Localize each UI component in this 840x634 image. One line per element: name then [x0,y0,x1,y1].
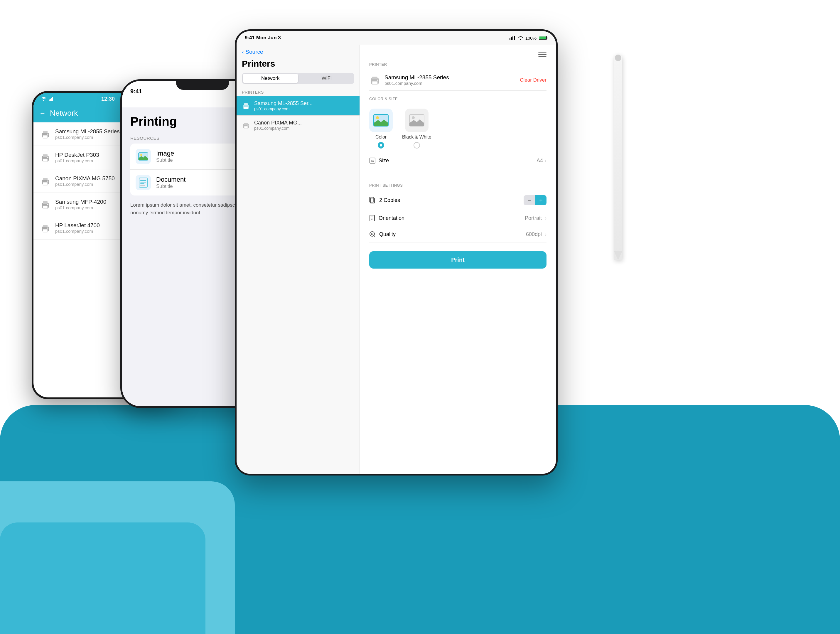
orientation-icon [369,215,375,221]
ipad-status-bar: 9:41 Mon Jun 3 100% [237,31,556,44]
svg-point-15 [47,157,49,158]
ipad-size-value: A4 › [537,158,546,164]
android-printer-sub-1: ps01.company.com [55,135,120,140]
ipad-printer-section-label: PRINTER [369,62,546,66]
svg-rect-42 [140,180,146,181]
ipad-printer-sub-2: ps01.company.com [254,126,302,131]
svg-rect-48 [512,36,513,40]
iphone-document-icon-container [136,175,151,190]
ipad-menu-icon[interactable] [538,52,546,57]
ipad-copies-stepper: − + [524,195,546,205]
size-icon [369,157,376,164]
ipad-printer-icon-2 [242,121,250,130]
ipad-right-panel: PRINTER Samsung ML-2855 Series ps01.comp… [360,44,556,474]
svg-point-50 [520,39,521,40]
ipad-printer-name-1: Samsung ML-2855 Ser... [254,100,313,106]
svg-point-72 [412,116,415,119]
android-printer-sub-3: ps01.company.com [55,182,115,187]
svg-rect-62 [538,52,546,52]
svg-rect-67 [372,81,377,85]
ipad-copies-left: 2 Copies [369,197,400,203]
svg-point-70 [376,116,379,119]
ipad-quality-right: 600dpi › [526,231,546,237]
android-back-icon[interactable]: ← [39,109,46,117]
ipad-status-right: 100% [510,35,548,41]
android-time: 12:30 [101,96,115,102]
printer-icon-3 [40,176,51,187]
svg-rect-14 [43,159,47,162]
android-printer-sub-5: ps01.company.com [55,229,100,234]
image-icon [138,152,148,161]
svg-rect-44 [140,183,144,184]
ipad-color-radio-checked[interactable] [378,142,384,149]
bw-image-icon [409,114,425,126]
ipad-panel-title: Printers [237,57,360,73]
android-printer-sub-2: ps01.company.com [55,158,99,163]
ipad-selected-printer-icon [369,74,381,86]
quality-icon [369,231,376,237]
svg-rect-49 [514,36,515,40]
svg-rect-21 [43,201,47,204]
ipad-tab-network[interactable]: Network [243,74,298,83]
ipad-print-button[interactable]: Print [369,251,546,269]
printer-icon-5 [40,223,51,233]
ipad-printer-icon-1 [242,102,250,110]
ipad-clear-driver-button[interactable]: Clear Driver [520,77,546,83]
ipad-segment-control: Network WiFi [242,73,354,84]
svg-rect-3 [51,98,52,101]
android-printer-name-4: Samsung MFP-4200 [55,199,106,205]
ipad-copies-minus[interactable]: − [524,195,535,205]
svg-point-11 [47,134,49,135]
wifi-icon [41,96,47,101]
svg-rect-45 [140,185,145,186]
android-printer-sub-4: ps01.company.com [55,205,106,210]
ipad-copies-plus[interactable]: + [535,195,546,205]
color-image-icon [373,114,388,126]
svg-rect-2 [50,99,51,101]
ipad-color-option-bw[interactable]: Black & White [402,109,431,149]
svg-rect-13 [43,154,47,157]
ipad-color-icon-bw [405,109,428,132]
ipad-printer-item-2[interactable]: Canon PIXMA MG... ps01.company.com [237,115,360,135]
ipad-tab-wifi[interactable]: WiFi [299,73,355,84]
ipad-quality-left: Quality [369,231,396,237]
ipad-printer-info-name: Samsung ML-2855 Series [384,74,449,81]
ipad-color-option-color[interactable]: Color [369,109,393,149]
ipad-color-section: Color Black [369,104,546,174]
ipad: 9:41 Mon Jun 3 100% [235,29,557,476]
svg-point-68 [377,79,378,81]
ipad-segment-row: Network WiFi [237,73,360,88]
ipad-back-chevron: ‹ [242,49,243,55]
svg-rect-53 [540,37,546,40]
svg-point-23 [47,204,49,205]
svg-rect-22 [43,206,47,209]
ipad-back-label: Source [245,49,263,55]
svg-rect-25 [43,225,47,227]
svg-rect-63 [538,54,546,55]
iphone-image-icon-container [136,149,151,164]
iphone-notch [176,79,229,90]
svg-rect-18 [43,182,47,185]
android-printer-name-5: HP LaserJet 4700 [55,222,100,229]
ipad-signal-icon [510,36,516,40]
ipad-printers-label: PRINTERS [237,88,360,96]
ipad-printer-item-selected[interactable]: Samsung ML-2855 Ser... ps01.company.com [237,96,360,115]
svg-point-19 [47,180,49,182]
svg-point-27 [47,228,49,229]
ipad-bw-radio[interactable] [414,142,420,149]
ipad-bw-label: Black & White [402,134,431,140]
ipad-time: 9:41 Mon Jun 3 [245,35,281,41]
svg-rect-64 [538,56,546,57]
svg-rect-46 [510,38,510,40]
ipad-content-area: ‹ Source Printers Network WiFi PRI [237,44,556,474]
svg-rect-73 [370,158,375,163]
document-icon [139,177,148,188]
ipad-nav-back[interactable]: ‹ Source [237,44,360,57]
copies-icon [369,197,376,203]
ipad-orientation-right: Portrait › [525,215,546,221]
svg-rect-26 [43,229,47,232]
svg-rect-47 [511,37,512,40]
ipad-color-options: Color Black [369,104,546,153]
ipad-color-icon-color [369,109,393,132]
svg-point-61 [248,125,249,126]
